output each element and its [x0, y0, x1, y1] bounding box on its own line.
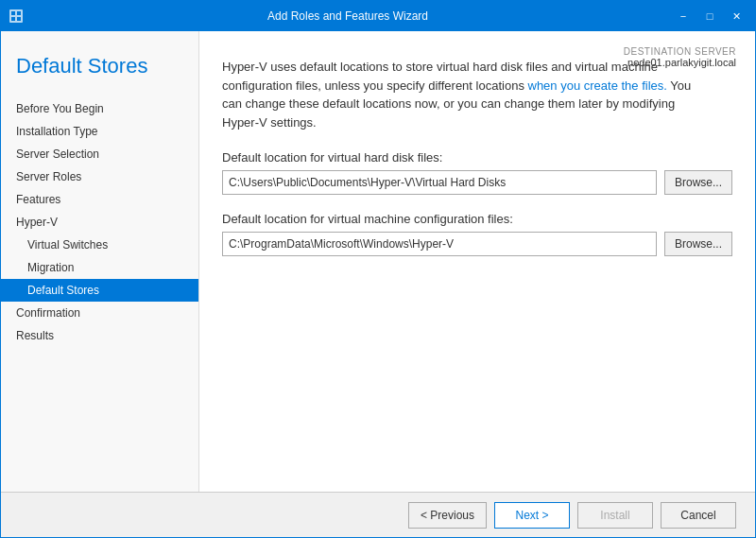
nav-item-hyper-v[interactable]: Hyper-V	[1, 211, 198, 234]
nav-item-installation-type[interactable]: Installation Type	[1, 120, 198, 143]
previous-button[interactable]: < Previous	[408, 502, 487, 529]
wizard-window: Add Roles and Features Wizard − □ ✕ Defa…	[0, 0, 756, 538]
destination-server-name: node01.parlakyigit.local	[624, 57, 736, 68]
nav-item-results[interactable]: Results	[1, 324, 198, 347]
close-button[interactable]: ✕	[725, 7, 747, 26]
next-button[interactable]: Next >	[494, 502, 570, 529]
footer: < Previous Next > Install Cancel	[1, 492, 755, 537]
sidebar: Default Stores Before You Begin Installa…	[1, 31, 199, 492]
field1-input[interactable]	[222, 170, 657, 195]
nav-item-default-stores[interactable]: Default Stores	[1, 279, 198, 302]
window-title: Add Roles and Features Wizard	[24, 9, 672, 23]
nav-item-confirmation[interactable]: Confirmation	[1, 302, 198, 324]
nav-item-before-you-begin[interactable]: Before You Begin	[1, 97, 198, 120]
field1-browse-button[interactable]: Browse...	[664, 170, 732, 195]
field2-browse-button[interactable]: Browse...	[664, 232, 732, 256]
cancel-button[interactable]: Cancel	[661, 502, 736, 529]
field2-row: Browse...	[222, 232, 732, 256]
field1-label: Default location for virtual hard disk f…	[222, 150, 732, 165]
page-title: Default Stores	[1, 46, 198, 97]
field2-label: Default location for virtual machine con…	[222, 212, 732, 226]
maximize-button[interactable]: □	[698, 7, 721, 26]
svg-rect-2	[17, 11, 21, 15]
svg-rect-3	[11, 17, 15, 21]
svg-rect-1	[11, 11, 15, 15]
description-highlight: when you create the files.	[528, 78, 667, 93]
install-button[interactable]: Install	[577, 502, 653, 529]
nav-item-virtual-switches[interactable]: Virtual Switches	[1, 234, 198, 256]
field2-input[interactable]	[222, 232, 657, 256]
nav-item-server-roles[interactable]: Server Roles	[1, 165, 198, 188]
content-area: Default Stores Before You Begin Installa…	[1, 31, 755, 492]
field1-row: Browse...	[222, 170, 732, 195]
titlebar: Add Roles and Features Wizard − □ ✕	[1, 1, 755, 31]
minimize-button[interactable]: −	[672, 7, 695, 26]
nav-item-features[interactable]: Features	[1, 188, 198, 211]
main-content: DESTINATION SERVER node01.parlakyigit.lo…	[199, 31, 755, 492]
nav-item-server-selection[interactable]: Server Selection	[1, 143, 198, 165]
destination-server-label: DESTINATION SERVER	[624, 46, 736, 57]
window-controls: − □ ✕	[672, 7, 747, 26]
destination-server-info: DESTINATION SERVER node01.parlakyigit.lo…	[624, 46, 736, 68]
svg-rect-4	[17, 17, 21, 21]
titlebar-icon	[9, 9, 24, 24]
description-text: Hyper-V uses default locations to store …	[222, 58, 713, 131]
nav-item-migration[interactable]: Migration	[1, 256, 198, 279]
